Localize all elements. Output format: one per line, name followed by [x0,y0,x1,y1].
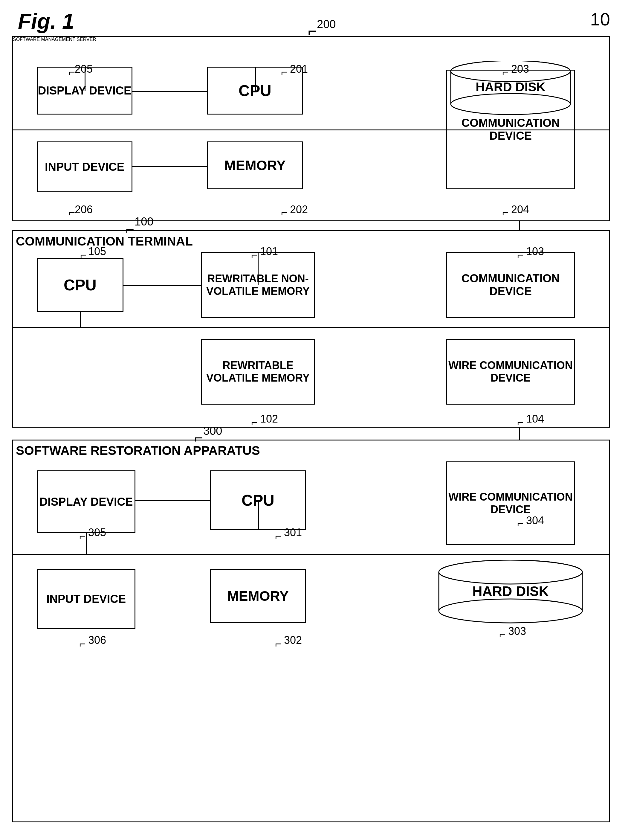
sms-display-num-label: 205 [75,63,93,75]
sra-wcd: WIRE COMMUNICATION DEVICE [446,461,575,545]
sra-300-label: 300 [203,425,222,437]
sra-cpu-num-label: 301 [284,526,302,539]
ct-to-sra-line [519,428,520,440]
ct-wcd-num-label: 104 [526,413,544,425]
ct-cpu: CPU [37,258,123,312]
sms-200-label: 200 [317,18,336,31]
sra-input-device: INPUT DEVICE [37,569,136,629]
ct-cpu-num-label: 105 [88,245,106,258]
ct-wcd: WIRE COMMUNICATION DEVICE [446,339,575,404]
sra-input-num-label: 306 [88,634,106,647]
sra-harddisk-num-arrow: ⌐ [499,628,505,641]
sms-comm-device: COMMUNICATION DEVICE [446,69,575,189]
ct-rvm: REWRITABLE VOLATILE MEMORY [201,339,315,404]
sra-memory-num-label: 302 [284,634,302,647]
sra-divider [13,554,609,555]
ct-rvm-num-label: 102 [260,413,278,425]
sra-memory: MEMORY [210,569,306,623]
sra-display-device: DISPLAY DEVICE [37,471,136,533]
sms-cpu-num-arrow: ⌐ [281,66,287,78]
sra-harddisk-num-label: 303 [508,625,526,638]
sms-to-ct-line [519,221,520,230]
ct-comm-num-label: 103 [526,245,544,258]
sms-200-arrow: ⌐ [308,22,317,40]
sra-display-num-label: 305 [88,526,106,539]
sra-memory-num-arrow: ⌐ [275,638,281,650]
sms-memory: MEMORY [207,141,303,189]
sra-harddisk: HARD DISK [428,560,593,626]
sra-wcd-num-label: 304 [526,514,544,527]
sms-harddisk-num-label: 203 [511,63,529,75]
sms-input-num-label: 206 [75,203,93,216]
sms-cpu-num-label: 201 [290,63,308,75]
fig-number: 10 [590,9,610,30]
sms-input-device: INPUT DEVICE [37,141,132,192]
sms-input-num-arrow: ⌐ [69,206,75,219]
sra-display-num-arrow: ⌐ [79,530,85,542]
sms-harddisk-num-arrow: ⌐ [502,66,508,78]
ct-rvm-num-arrow: ⌐ [251,416,257,429]
ct-cpu-num-arrow: ⌐ [80,249,87,261]
svg-point-12 [439,560,582,584]
sms-comm-num-label: 204 [511,203,529,216]
sra-title: SOFTWARE RESTORATION APPARATUS [16,444,260,458]
ct-100-label: 100 [134,215,153,228]
fig-label: Fig. 1 [18,9,74,33]
ct-divider [13,327,609,328]
sms-memory-num-arrow: ⌐ [281,206,287,219]
sra-cpu-num-arrow: ⌐ [275,530,281,542]
sra-wcd-num-arrow: ⌐ [517,517,524,530]
ct-wcd-num-arrow: ⌐ [517,416,524,429]
svg-text:HARD DISK: HARD DISK [472,583,549,599]
sms-comm-num-arrow: ⌐ [502,206,508,219]
ct-comm-device: COMMUNICATION DEVICE [446,252,575,318]
ct-rnvm-num-arrow: ⌐ [251,249,257,261]
sra-input-num-arrow: ⌐ [79,638,85,650]
ct-comm-num-arrow: ⌐ [517,249,524,261]
ct-rnvm-num-label: 101 [260,245,278,258]
svg-point-11 [439,599,582,623]
sms-memory-num-label: 202 [290,203,308,216]
sms-display-num-arrow: ⌐ [69,66,75,78]
